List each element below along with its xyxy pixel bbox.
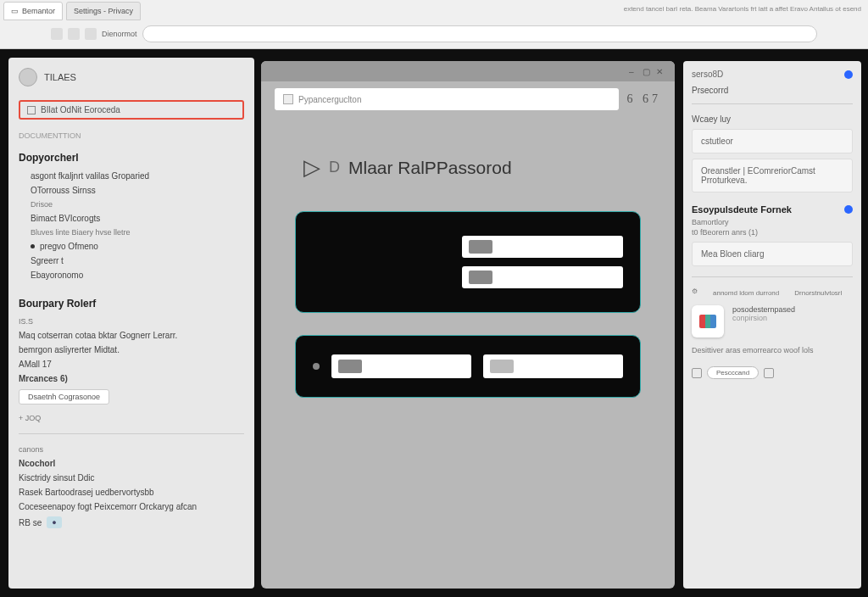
option-card[interactable]: Mea Bloen cliarg [692, 242, 853, 266]
app-text: posodesternpased conpirsion [732, 305, 795, 322]
list-item[interactable]: Bluves linte Biaery hvse lletre [19, 226, 244, 239]
dialog-title: Mlaar RalPPassorod [348, 158, 512, 178]
user-row[interactable]: TILAES [19, 68, 244, 86]
right-bold-heading: Esoypulsdeute Fornek [692, 204, 853, 215]
dialog-body: ▷ D Mlaar RalPPassorod [261, 117, 675, 415]
captcha-code: 6 67 [627, 92, 662, 106]
right-header-label: serso8D [692, 70, 723, 79]
chip-button[interactable]: Dsaetnh Cograsonoe [19, 389, 109, 405]
list-item[interactable]: pregvo Ofmeno [19, 239, 244, 254]
list-item: Coceseenapoy fogt Peixcemorr Orckaryg af… [19, 499, 244, 514]
dialog-url: Pypancerguclton [298, 95, 362, 104]
chrome-hint: extend tancel barI reta. Beama Varartonl… [620, 2, 865, 20]
app-sub: conpirsion [732, 314, 795, 322]
dialog-address-bar[interactable]: Pypancerguclton [275, 88, 619, 110]
list-item[interactable]: Bimact BVIcorogts [19, 211, 244, 226]
reload-icon[interactable] [85, 28, 97, 40]
status-dot-icon [844, 70, 853, 79]
highlight-label: BIlat OdNit Eoroceda [41, 105, 120, 114]
card-line: Oreanstler | EComreriorCamst [701, 166, 843, 176]
right-foot-line: Desittiver aras emorrearco woof lols [692, 346, 853, 354]
tab-strip: ▭ Bemantor Settings - Privacy extend tan… [0, 0, 868, 22]
right-sidebar: serso8D Prsecorrd Wcaey luy cstutleor Or… [683, 61, 861, 589]
confirm-input-2[interactable] [483, 354, 623, 378]
mask-icon [338, 360, 362, 373]
dialog-title-bar: – ▢ ✕ [261, 61, 675, 81]
tab-item[interactable]: Drnorstnulvtosrl [794, 287, 842, 298]
browser-tab[interactable]: ▭ Bemantor [3, 2, 63, 20]
forward-icon[interactable] [68, 28, 80, 40]
subheading: DOCUMENTTION [19, 131, 244, 140]
minimize-icon[interactable]: – [629, 67, 637, 75]
tag-label: IS.S [19, 315, 244, 328]
mask-icon [490, 360, 514, 373]
mask-icon [469, 240, 492, 254]
left-sidebar: TILAES BIlat OdNit Eoroceda DOCUMENTTION… [8, 58, 254, 589]
highlighted-entry[interactable]: BIlat OdNit Eoroceda [19, 100, 244, 120]
divider [692, 103, 853, 104]
list-item: AMall 17 [19, 357, 244, 371]
notes-label: canons [19, 443, 244, 456]
toolbar-row: Dienormot [0, 22, 868, 46]
tab-item[interactable]: annomd ldom durrond [713, 287, 779, 298]
tab-favicon: ▭ [11, 7, 19, 15]
password-input[interactable] [462, 266, 623, 288]
list-item[interactable]: Ebayoronomo [19, 268, 244, 282]
dialog-heading: ▷ D Mlaar RalPPassorod [303, 154, 641, 181]
divider [19, 433, 244, 434]
address-bar[interactable] [142, 25, 817, 42]
list-item: RB se ● [19, 514, 244, 531]
password-dialog: – ▢ ✕ Pypancerguclton 6 67 ▷ D Mlaar Ral… [261, 61, 675, 589]
right-section-label: Wcaey luy [692, 114, 853, 124]
section-defaults: Dopyorcherl [19, 152, 244, 164]
footer-button[interactable]: Pescccand [707, 366, 759, 379]
checkbox[interactable] [764, 368, 774, 378]
checkbox[interactable] [692, 368, 702, 378]
tab-label: Settings - Privacy [74, 7, 133, 15]
username-input[interactable] [462, 236, 623, 258]
status-chip[interactable]: ● [47, 516, 61, 528]
notes-title: Ncochorl [19, 456, 244, 471]
list-item[interactable]: OTorrouss Sirnss [19, 183, 244, 198]
avatar-icon [19, 68, 37, 86]
bullet-icon [31, 244, 35, 248]
close-icon[interactable]: ✕ [656, 67, 665, 75]
input-row [313, 236, 623, 258]
credentials-card [295, 211, 641, 313]
browser-tab[interactable]: Settings - Privacy [66, 2, 141, 20]
confirm-card [295, 335, 641, 398]
list-item: Kisctridy sinsut Ddic [19, 471, 244, 485]
list-item[interactable]: Drisoe [19, 198, 244, 211]
app-icon [692, 305, 724, 338]
section-recent: Bourpary Rolerf [19, 298, 244, 310]
user-name: TILAES [44, 72, 76, 82]
card-line: Prroturkeva. [701, 176, 843, 185]
right-sub: Bamortlory [692, 218, 853, 226]
list-item[interactable]: Sgreerr t [19, 254, 244, 268]
right-header: serso8D [692, 70, 853, 79]
gear-icon[interactable]: ⚙ [692, 287, 698, 298]
dialog-address-row: Pypancerguclton 6 67 [261, 81, 675, 117]
toolbar-label: Dienormot [102, 30, 137, 38]
input-row [313, 266, 623, 288]
app-name: posodesternpased [732, 305, 795, 314]
list-item[interactable]: asgont fkaljnrt valilas Groparied [19, 169, 244, 183]
page-icon [283, 94, 293, 104]
back-icon[interactable] [51, 28, 63, 40]
list-item: Rasek Bartoodrasej uedbervortysbb [19, 485, 244, 499]
record-icon [313, 363, 320, 370]
list-item: + JOQ [19, 411, 244, 425]
list-item: Mrcances 6) [19, 371, 244, 386]
right-line: Prsecorrd [692, 86, 853, 95]
circle-icon: ● [52, 518, 56, 527]
list-item: bemrgon asliyrerter Midtat. [19, 343, 244, 357]
option-card[interactable]: cstutleor [692, 129, 853, 153]
divider [692, 276, 853, 277]
brand-sub-icon: D [329, 159, 340, 176]
maximize-icon[interactable]: ▢ [643, 67, 651, 75]
option-card[interactable]: Oreanstler | EComreriorCamst Prroturkeva… [692, 159, 853, 192]
workspace: TILAES BIlat OdNit Eoroceda DOCUMENTTION… [0, 49, 868, 597]
confirm-input-1[interactable] [331, 354, 471, 378]
app-row[interactable]: posodesternpased conpirsion [692, 305, 853, 338]
mask-icon [469, 271, 492, 284]
